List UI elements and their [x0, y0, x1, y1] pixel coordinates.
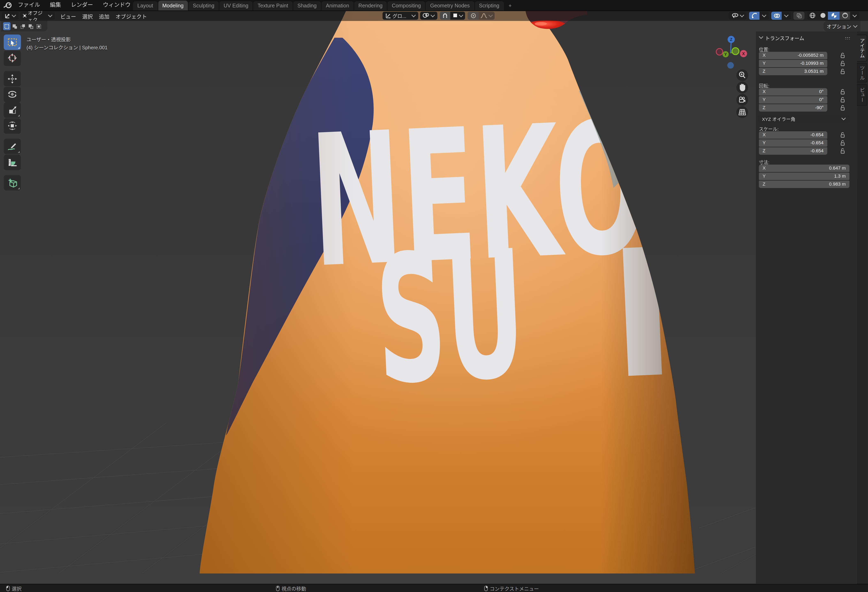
lock-icon[interactable] — [840, 140, 845, 146]
lock-icon[interactable] — [840, 68, 845, 75]
tab-uv-editing[interactable]: UV Editing — [219, 1, 252, 10]
select-mode-set-button[interactable] — [3, 22, 10, 30]
tab-texture-paint[interactable]: Texture Paint — [253, 1, 292, 10]
xray-toggle[interactable] — [793, 11, 805, 19]
tab-compositing[interactable]: Compositing — [388, 1, 425, 10]
location-x-field[interactable]: X-0.005852 m — [759, 52, 827, 59]
select-mode-intersect-button[interactable] — [35, 22, 43, 30]
tool-rotate[interactable] — [4, 87, 21, 102]
tab-scripting[interactable]: Scripting — [475, 1, 503, 10]
tab-layout[interactable]: Layout — [133, 1, 158, 10]
tool-add-cube[interactable] — [4, 175, 21, 191]
shading-rendered-button[interactable] — [840, 11, 850, 19]
dimensions-x-field[interactable]: X0.647 m — [759, 164, 850, 172]
menu-object[interactable]: オブジェクト — [112, 12, 150, 19]
shading-solid-button[interactable] — [818, 11, 828, 19]
transform-orientation-dropdown[interactable]: グロ... — [382, 11, 418, 19]
tab-sculpting[interactable]: Sculpting — [189, 1, 219, 10]
options-dropdown[interactable]: オプション — [827, 23, 851, 30]
gizmo-axis-neg-x[interactable] — [716, 49, 723, 55]
tool-scale[interactable] — [4, 102, 21, 118]
tab-modeling[interactable]: Modeling — [158, 1, 188, 10]
snap-toggle[interactable] — [440, 11, 450, 19]
rotation-mode-dropdown[interactable]: XYZ オイラー角 — [758, 115, 850, 122]
falloff-dropdown[interactable] — [478, 11, 495, 19]
tool-annotate[interactable] — [4, 139, 21, 154]
view-perspective-label: ユーザー・透視投影 — [27, 36, 108, 44]
rotation-y-field[interactable]: Y0° — [759, 96, 827, 103]
menu-add[interactable]: 追加 — [96, 12, 112, 19]
menu-select[interactable]: 選択 — [79, 12, 96, 19]
dimensions-y-field[interactable]: Y1.3 m — [759, 172, 850, 180]
proportional-editing-toggle[interactable] — [468, 11, 478, 19]
tab-animation[interactable]: Animation — [322, 1, 353, 10]
lock-icon[interactable] — [840, 132, 845, 138]
tool-corner-indicator — [18, 115, 20, 117]
zoom-button[interactable] — [736, 69, 748, 81]
sidebar-tab-view[interactable]: ビュー — [857, 84, 867, 106]
lock-icon[interactable] — [840, 52, 845, 59]
camera-view-button[interactable] — [736, 94, 748, 106]
editor-type-button[interactable] — [2, 12, 18, 20]
location-y-field[interactable]: Y-0.10993 m — [759, 59, 827, 67]
scale-y-field[interactable]: Y-0.654 — [759, 139, 827, 147]
tab-rendering[interactable]: Rendering — [354, 1, 387, 10]
sidebar-tab-tool[interactable]: ツール — [857, 63, 867, 83]
gizmo-axis-neg-z[interactable] — [727, 62, 734, 69]
pan-button[interactable] — [736, 81, 748, 93]
rotation-x-field[interactable]: X0° — [759, 88, 827, 95]
lock-icon[interactable] — [840, 148, 845, 154]
select-mode-extend-button[interactable] — [11, 22, 18, 30]
proportional-editing-icon — [470, 13, 476, 18]
gizmo-z-label: Z — [730, 37, 732, 42]
panel-header-transform[interactable]: トランスフォーム — [759, 34, 805, 41]
add-workspace-button[interactable]: + — [504, 1, 516, 10]
pivot-point-dropdown[interactable] — [420, 11, 437, 19]
mode-dropdown[interactable]: オブジェク... — [20, 12, 55, 20]
tool-select-box[interactable] — [4, 34, 21, 50]
sidebar-tab-strip: アイテム ツール ビュー — [857, 31, 868, 584]
tool-transform[interactable] — [4, 118, 21, 133]
gizmos-dropdown[interactable] — [760, 11, 769, 19]
tool-3d-cursor[interactable] — [4, 50, 21, 65]
scale-y-row: Y-0.654 — [759, 139, 845, 147]
select-mode-subtract-button[interactable] — [19, 22, 27, 30]
viewport-toggles — [727, 11, 859, 19]
panel-drag-handle-icon[interactable] — [845, 37, 851, 40]
lock-icon[interactable] — [840, 97, 845, 103]
blender-logo-icon[interactable] — [3, 1, 13, 9]
scale-z-field[interactable]: Z-0.654 — [759, 147, 827, 154]
snap-target-dropdown[interactable] — [450, 11, 465, 19]
menu-view[interactable]: ビュー — [57, 12, 79, 19]
gizmo-axis-neg-y[interactable] — [732, 48, 739, 55]
menu-window[interactable]: ウィンドウ — [98, 0, 136, 10]
lock-icon[interactable] — [840, 105, 845, 111]
overlays-toggle[interactable] — [771, 11, 782, 19]
active-object-label: (4) シーンコレクション | Sphere.001 — [27, 44, 108, 52]
overlays-dropdown[interactable] — [782, 11, 791, 19]
tab-shading[interactable]: Shading — [293, 1, 321, 10]
shading-mode-buttons — [807, 11, 859, 19]
tool-measure[interactable] — [4, 154, 21, 170]
menu-edit[interactable]: 編集 — [45, 0, 66, 10]
tab-geometry-nodes[interactable]: Geometry Nodes — [426, 1, 474, 10]
topbar: ファイル 編集 レンダー ウィンドウ ヘルプ Layout Modeling S… — [0, 0, 868, 11]
menu-file[interactable]: ファイル — [13, 0, 45, 10]
menu-render[interactable]: レンダー — [66, 0, 98, 10]
scale-x-field[interactable]: X-0.654 — [759, 131, 827, 138]
shading-dropdown[interactable] — [850, 11, 859, 19]
lock-icon[interactable] — [840, 89, 845, 95]
show-object-types-dropdown[interactable] — [729, 11, 747, 19]
shading-wireframe-button[interactable] — [807, 11, 818, 19]
perspective-toggle-button[interactable] — [736, 106, 748, 118]
location-z-row: Z3.0531 m — [759, 68, 845, 75]
lock-icon[interactable] — [840, 61, 845, 67]
sidebar-tab-item[interactable]: アイテム — [857, 34, 867, 62]
dimensions-z-field[interactable]: Z0.983 m — [759, 180, 850, 188]
select-mode-invert-button[interactable] — [27, 22, 34, 30]
gizmos-toggle[interactable] — [749, 11, 760, 19]
rotation-z-field[interactable]: Z-90° — [759, 104, 827, 111]
tool-move[interactable] — [4, 71, 21, 86]
location-z-field[interactable]: Z3.0531 m — [759, 67, 827, 75]
shading-material-button[interactable] — [828, 11, 840, 19]
